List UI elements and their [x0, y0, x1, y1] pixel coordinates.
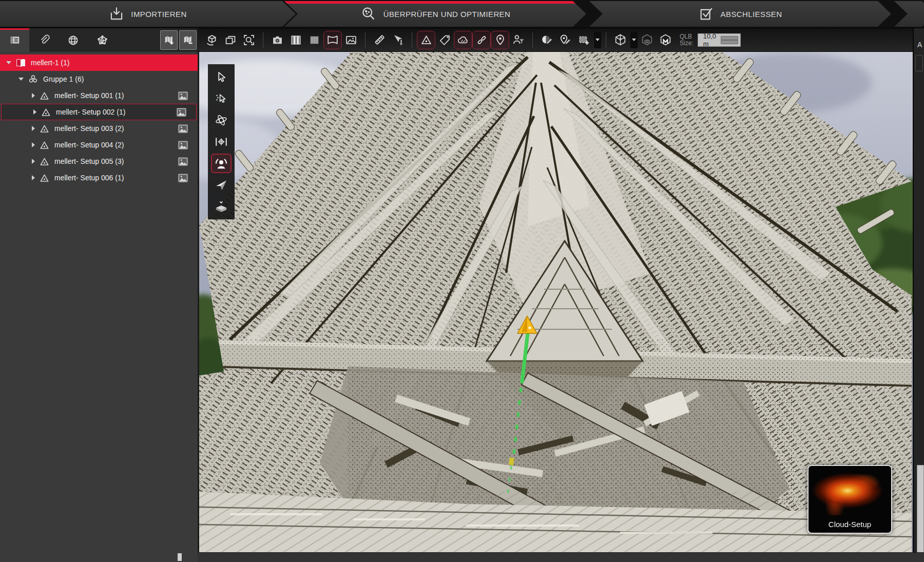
- select-cursor-icon: [215, 71, 227, 83]
- picture-icon[interactable]: [177, 173, 189, 183]
- toolbar-separator: [606, 32, 606, 48]
- select-cursor-tool[interactable]: [211, 67, 232, 87]
- cube-eye-button[interactable]: [638, 31, 656, 49]
- rect-select-button[interactable]: [574, 31, 593, 49]
- minimap-label: Cloud-Setup: [808, 520, 891, 529]
- tag-toggle[interactable]: [435, 31, 454, 49]
- setup-marker-toggle[interactable]: [417, 31, 435, 49]
- camera-button[interactable]: [268, 31, 286, 49]
- stepper-icon[interactable]: [721, 36, 738, 44]
- picture-icon[interactable]: [177, 156, 189, 167]
- setup-icon: [41, 107, 51, 117]
- right-scrollbar[interactable]: [917, 465, 924, 553]
- place-scan-icon: [206, 34, 218, 46]
- place-scan-button[interactable]: [203, 31, 221, 49]
- orbit-tool[interactable]: [211, 110, 232, 130]
- person-filter-button[interactable]: [509, 31, 528, 49]
- inspect-icon: [360, 6, 377, 22]
- expand-arrow-icon[interactable]: [32, 175, 35, 180]
- point-select-tool[interactable]: [211, 89, 232, 108]
- cube-model-button[interactable]: [656, 31, 675, 49]
- point-cloud-toggle[interactable]: [454, 31, 472, 49]
- panorama-view-button[interactable]: [323, 31, 342, 49]
- tab-ueberpruefen-und-optimieren[interactable]: ÜBERPRÜFEN UND OPTIMIEREN: [284, 1, 586, 27]
- sidebar-tab-graph[interactable]: [88, 28, 117, 52]
- collapse-arrow-icon[interactable]: [18, 78, 24, 81]
- picture-icon[interactable]: [177, 123, 189, 134]
- tree-item-project[interactable]: mellert-1 (1): [0, 54, 198, 71]
- clipping-box-tool[interactable]: [211, 197, 232, 216]
- expand-arrow-icon[interactable]: [32, 126, 35, 131]
- toolbar-separator: [365, 32, 365, 48]
- sidebar-tab-attachments[interactable]: [29, 28, 59, 52]
- ruler-button[interactable]: [370, 31, 389, 49]
- tree-item-setup[interactable]: mellert- Setup 002 (1): [1, 104, 197, 120]
- cube-view-button[interactable]: [611, 31, 629, 49]
- cube-wire-icon: [613, 33, 627, 47]
- tree-item-label: mellert- Setup 004 (2): [54, 141, 124, 149]
- toolbar-separator: [412, 32, 412, 48]
- scan-intensity-thumbnail: [813, 468, 887, 515]
- point-cloud-viewport[interactable]: Cloud-Setup: [199, 52, 913, 552]
- sidebar-scrollbar-nub[interactable]: [178, 553, 182, 561]
- cube-m-icon: [659, 33, 672, 47]
- tab-next-stub: [894, 1, 924, 27]
- split-view-button[interactable]: [286, 31, 305, 49]
- tab-importieren[interactable]: IMPORTIEREN: [0, 1, 296, 27]
- pin-edit-icon: [559, 33, 572, 46]
- point-cloud: [199, 52, 913, 552]
- expand-arrow-icon[interactable]: [32, 93, 35, 98]
- picture-icon[interactable]: [177, 90, 189, 101]
- workflow-tabbar: IMPORTIEREN ÜBERPRÜFEN UND OPTIMIEREN AB…: [0, 0, 924, 28]
- cloud-setup-minimap[interactable]: Cloud-Setup: [807, 465, 892, 534]
- tree-item-setup[interactable]: mellert- Setup 004 (2): [0, 137, 198, 153]
- zoom-selection-button[interactable]: [240, 31, 258, 49]
- cursor-thermometer-button[interactable]: [389, 31, 407, 49]
- tree-item-label: Gruppe 1 (6): [43, 75, 84, 83]
- link-icon: [475, 34, 488, 46]
- sidebar-toolbar: [0, 28, 198, 52]
- color-edit-button[interactable]: [537, 31, 556, 49]
- sidebar-tab-web[interactable]: [59, 28, 88, 52]
- add-map-button[interactable]: [160, 30, 178, 50]
- pan-icon: [215, 135, 228, 148]
- expand-arrow-icon[interactable]: [32, 159, 35, 164]
- viewport-toolbar: [208, 64, 235, 219]
- dropdown-caret-icon: [595, 39, 600, 41]
- fly-tool[interactable]: [211, 175, 232, 195]
- tree-item-setup[interactable]: mellert- Setup 006 (1): [0, 170, 198, 186]
- panel-handle[interactable]: [915, 55, 923, 71]
- tree-item-setup[interactable]: mellert- Setup 001 (1): [0, 87, 198, 104]
- pan-tool[interactable]: [211, 132, 232, 152]
- tree-item-label: mellert-1 (1): [31, 59, 69, 67]
- cascade-windows-button[interactable]: [221, 31, 240, 49]
- sidebar-tab-structure[interactable]: [0, 28, 29, 52]
- project-structure-icon: [9, 35, 21, 45]
- tree-item-setup[interactable]: mellert- Setup 003 (2): [0, 120, 198, 137]
- point-cloud-scene: [199, 52, 913, 552]
- tree-item-setup[interactable]: mellert- Setup 005 (3): [0, 153, 198, 170]
- picture-icon[interactable]: [176, 107, 187, 118]
- picture-icon[interactable]: [177, 140, 189, 151]
- map-pin-toggle[interactable]: [491, 31, 509, 49]
- rect-select-icon: [578, 34, 590, 46]
- qlb-size-input[interactable]: 10,0 m: [698, 33, 741, 47]
- expand-arrow-icon[interactable]: [33, 109, 36, 115]
- rect-select-dropdown[interactable]: [594, 32, 601, 48]
- image-view-button[interactable]: [342, 31, 360, 49]
- tab-abschliessen[interactable]: ABSCHLIESSEN: [589, 1, 891, 27]
- cluster-icon: [28, 74, 38, 84]
- solid-view-button[interactable]: [305, 31, 323, 49]
- tab-label: ABSCHLIESSEN: [721, 10, 782, 18]
- import-icon: [109, 7, 124, 21]
- look-around-tool[interactable]: [211, 154, 232, 173]
- pin-edit-button[interactable]: [556, 31, 574, 49]
- expand-arrow-icon[interactable]: [32, 142, 35, 147]
- remove-map-button[interactable]: [179, 30, 197, 50]
- link-toggle[interactable]: [472, 31, 491, 49]
- tree-item-group[interactable]: Gruppe 1 (6): [0, 71, 198, 87]
- cube-eye-icon: [640, 33, 654, 47]
- collapse-arrow-icon[interactable]: [6, 61, 11, 64]
- cascade-windows-icon: [224, 34, 237, 46]
- cube-view-dropdown[interactable]: [630, 32, 638, 48]
